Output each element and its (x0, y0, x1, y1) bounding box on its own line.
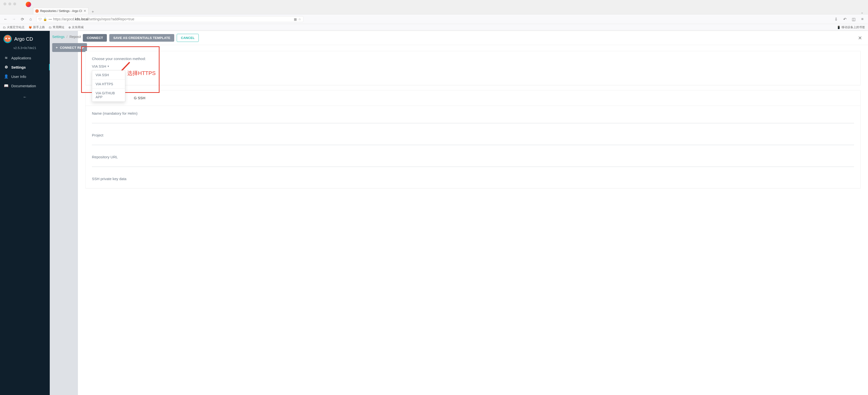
brand: Argo CD (0, 35, 50, 44)
argo-favicon (35, 9, 39, 13)
firefox-icon (26, 2, 31, 7)
window-titlebar (0, 0, 868, 7)
undo-icon[interactable]: ↶ (842, 17, 847, 22)
tab-active[interactable]: Repositories / Settings - Argo CI ✕ (33, 7, 89, 14)
section-title-ssh-tail: G SSH (134, 96, 145, 100)
tab-bar: Repositories / Settings - Argo CI ✕ + ⌄ (0, 7, 868, 14)
bookmark-item[interactable]: ⊕京东商城 (68, 25, 84, 29)
zoom-dot[interactable] (13, 2, 16, 5)
repo-form-card: CONNECT REPO USING SSH Name (mandatory f… (85, 90, 861, 188)
layers-icon: ≋ (4, 56, 8, 60)
connect-repo-button[interactable]: ＋ CONNECT REP (52, 43, 87, 52)
sidebar-item-label: Applications (11, 56, 31, 60)
brand-title: Argo CD (14, 36, 33, 42)
close-dot[interactable] (3, 2, 6, 5)
address-bar[interactable]: 🛡 🔒 ⊶ https://argocd.k8s.local/settings/… (36, 16, 303, 22)
clip-icon[interactable]: ◫ (851, 17, 856, 22)
bookmark-item[interactable]: 🗀火狐官方站点 (3, 25, 25, 29)
close-panel-icon[interactable]: ✕ (857, 34, 863, 42)
dropdown-selected-text: VIA SSH (92, 64, 106, 68)
shield-icon: 🛡 (38, 18, 42, 21)
field-project: Project (92, 133, 854, 145)
name-input[interactable] (92, 116, 854, 123)
plus-icon: ＋ (55, 45, 58, 50)
forward-button[interactable]: → (11, 17, 17, 22)
book-icon: 📖 (4, 84, 8, 88)
field-label-repo-url: Repository URL (92, 155, 854, 159)
slideout-panel: CONNECT SAVE AS CREDENTIALS TEMPLATE CAN… (78, 31, 868, 395)
sidebar-item-documentation[interactable]: 📖 Documentation (0, 81, 50, 90)
connect-repo-label: CONNECT REP (60, 46, 84, 50)
collapse-sidebar-button[interactable]: ← (0, 95, 50, 99)
slideout-header: CONNECT SAVE AS CREDENTIALS TEMPLATE CAN… (78, 31, 868, 45)
traffic-lights[interactable] (3, 2, 16, 5)
minimize-dot[interactable] (8, 2, 11, 5)
dd-option-ssh[interactable]: VIA SSH (92, 70, 125, 80)
browser-toolbar: ← → ⟳ ⌂ 🛡 🔒 ⊶ https://argocd.k8s.local/s… (0, 14, 868, 24)
field-ssh-key: SSH private key data (92, 177, 854, 181)
sidebar-item-user-info[interactable]: 👤 User Info (0, 72, 50, 81)
cancel-button[interactable]: CANCEL (177, 34, 199, 42)
user-icon: 👤 (4, 74, 8, 79)
url-text: https://argocd.k8s.local/settings/repos?… (53, 17, 292, 21)
key-icon: ⊶ (49, 18, 52, 21)
gear-icon: ⚙ (4, 65, 8, 69)
home-button[interactable]: ⌂ (28, 17, 33, 22)
field-label-project: Project (92, 133, 854, 137)
tab-overflow-button[interactable]: ⌄ (861, 10, 864, 14)
bookmarks-bar: 🗀火狐官方站点 🦊新手上路 🗀常用网址 ⊕京东商城 📱移动设备上的书签 (0, 24, 868, 31)
connect-button[interactable]: CONNECT (83, 34, 107, 42)
annotation-text: 选择HTTPS (127, 69, 156, 77)
field-label-name: Name (mandatory for Helm) (92, 111, 854, 115)
lock-icon: 🔒 (43, 18, 47, 21)
sidebar: Argo CD v2.5.3+0c7de21 ≋ Applications ⚙ … (0, 31, 50, 395)
page-backdrop: Settings / Reposit ＋ CONNECT REP (50, 31, 78, 395)
save-template-button[interactable]: SAVE AS CREDENTIALS TEMPLATE (109, 34, 174, 42)
sidebar-item-applications[interactable]: ≋ Applications (0, 53, 50, 62)
breadcrumb-current: Reposit (69, 35, 81, 39)
mobile-bookmarks[interactable]: 📱移动设备上的书签 (837, 25, 865, 29)
sidebar-item-label: Documentation (11, 84, 36, 88)
connection-method-label: Choose your connection method: (92, 57, 854, 61)
menu-icon[interactable]: ≡ (860, 17, 865, 22)
version-text: v2.5.3+0c7de21 (0, 44, 50, 53)
connection-method-menu: VIA SSH VIA HTTPS VIA GITHUB APP (92, 70, 125, 102)
argo-logo-icon (3, 35, 12, 43)
breadcrumb: Settings / Reposit (52, 35, 75, 39)
dd-option-github-app[interactable]: VIA GITHUB APP (92, 89, 125, 101)
project-input[interactable] (92, 138, 854, 145)
sidebar-item-label: User Info (11, 74, 26, 79)
star-icon[interactable]: ☆ (298, 18, 301, 21)
breadcrumb-root[interactable]: Settings (52, 35, 65, 39)
connection-method-card: Choose your connection method: VIA SSH ▾… (85, 51, 861, 85)
reload-button[interactable]: ⟳ (20, 17, 25, 22)
qr-icon[interactable]: ▦ (294, 18, 297, 21)
dd-option-https[interactable]: VIA HTTPS (92, 80, 125, 89)
breadcrumb-separator: / (67, 35, 68, 39)
bookmark-item[interactable]: 🗀常用网址 (49, 25, 64, 29)
connection-method-dropdown[interactable]: VIA SSH ▾ (92, 64, 854, 68)
tab-title: Repositories / Settings - Argo CI (40, 9, 82, 13)
back-button[interactable]: ← (3, 17, 8, 22)
repository-url-input[interactable] (92, 159, 854, 167)
sidebar-item-label: Settings (11, 65, 26, 69)
bookmark-item[interactable]: 🦊新手上路 (28, 25, 45, 29)
field-label-ssh-key: SSH private key data (92, 177, 854, 181)
new-tab-button[interactable]: + (90, 9, 95, 14)
caret-down-icon: ▾ (107, 65, 109, 68)
tab-close-icon[interactable]: ✕ (84, 9, 86, 13)
field-repo-url: Repository URL (92, 155, 854, 167)
download-icon[interactable]: ⇩ (833, 17, 839, 22)
sidebar-item-settings[interactable]: ⚙ Settings (0, 62, 50, 72)
field-name: Name (mandatory for Helm) (92, 111, 854, 123)
